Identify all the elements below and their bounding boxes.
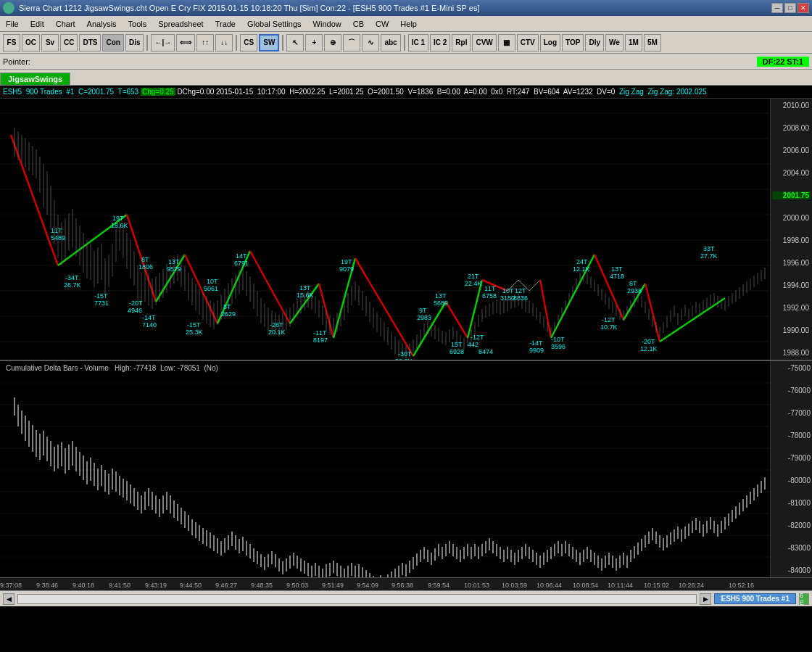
main-chart[interactable]: 11T 5489 -34T 26.7K -15T 7731 19T 18.6K …: [0, 99, 812, 360]
tb-log[interactable]: Log: [540, 34, 560, 51]
tb-ic2[interactable]: IC 2: [430, 34, 450, 51]
svg-text:11T: 11T: [51, 227, 62, 234]
svg-text:6791: 6791: [234, 260, 249, 267]
svg-text:2629: 2629: [221, 310, 236, 318]
svg-text:9079: 9079: [339, 265, 354, 273]
svg-text:9579: 9579: [167, 265, 181, 273]
tb-we[interactable]: We: [605, 34, 624, 51]
horizontal-scrollbar[interactable]: [17, 594, 697, 604]
svg-text:21T: 21T: [468, 273, 479, 280]
price-axis: 2010.00 2008.00 2006.00 2004.00 2001.75 …: [770, 99, 812, 360]
tb-dis[interactable]: Dis: [125, 34, 144, 51]
titlebar: Sierra Chart 1212 JigsawSwings.cht Open …: [0, 0, 812, 16]
svg-text:10:26:24: 10:26:24: [679, 582, 704, 589]
tb-text[interactable]: abc: [381, 34, 400, 51]
tb-scroll-left[interactable]: ←|→: [151, 34, 175, 51]
zigzag-label: Zig Zag: [619, 88, 647, 96]
zigzag-value: Zig Zag: 2002.025: [647, 88, 706, 96]
menu-edit[interactable]: Edit: [25, 16, 50, 31]
close-button[interactable]: ✕: [798, 3, 809, 13]
chart-info-bar: ESH5 900 Trades #1 C=2001.75 T=653 Chg=0…: [0, 86, 812, 99]
svg-text:8T: 8T: [629, 280, 637, 287]
tb-cvw[interactable]: CVW: [472, 34, 496, 51]
tb-zoom-in[interactable]: ↑↑: [196, 34, 214, 51]
menu-cw[interactable]: CW: [370, 16, 394, 31]
svg-text:-20T: -20T: [129, 300, 143, 307]
svg-text:15T: 15T: [451, 341, 463, 348]
chart-tab-jigsawswings[interactable]: JigsawSwings: [0, 73, 70, 85]
svg-text:20.1K: 20.1K: [268, 329, 286, 336]
tb-cursor[interactable]: ↖: [286, 34, 304, 51]
tb-sv[interactable]: Sv: [41, 34, 59, 51]
tb-con[interactable]: Con: [102, 34, 123, 51]
scroll-right-button[interactable]: ▶: [700, 593, 711, 605]
tb-ctv[interactable]: CTV: [517, 34, 539, 51]
tb-grid[interactable]: ▦: [498, 34, 515, 51]
menu-spreadsheet[interactable]: Spreadsheet: [152, 16, 209, 31]
menu-help[interactable]: Help: [394, 16, 423, 31]
menu-tools[interactable]: Tools: [123, 16, 153, 31]
svg-text:7731: 7731: [94, 300, 109, 307]
minimize-button[interactable]: ─: [771, 3, 783, 13]
svg-text:-14T: -14T: [142, 314, 156, 321]
svg-text:10:08:54: 10:08:54: [573, 582, 598, 589]
menu-trade[interactable]: Trade: [210, 16, 241, 31]
svg-text:5489: 5489: [51, 234, 65, 242]
svg-text:9:48:35: 9:48:35: [251, 582, 273, 589]
svg-text:10:15:02: 10:15:02: [644, 582, 669, 589]
tb-cs[interactable]: CS: [240, 34, 257, 51]
svg-text:14T: 14T: [236, 252, 247, 260]
tb-wave[interactable]: ∿: [362, 34, 379, 51]
toolbar-separator-2: [236, 35, 237, 51]
svg-text:15.6K: 15.6K: [297, 292, 314, 299]
tb-fit[interactable]: ⇐⇒: [176, 34, 195, 51]
svg-text:9:46:27: 9:46:27: [215, 582, 237, 589]
svg-text:-10T: -10T: [551, 336, 565, 343]
scroll-left-button[interactable]: ◀: [3, 593, 14, 605]
menu-analysis[interactable]: Analysis: [81, 16, 123, 31]
svg-text:5689: 5689: [434, 300, 448, 307]
tb-cc[interactable]: CC: [60, 34, 78, 51]
volume-chart-svg: [0, 361, 770, 577]
svg-text:10:11:44: 10:11:44: [608, 582, 633, 589]
svg-text:-15T: -15T: [94, 292, 108, 300]
menu-window[interactable]: Window: [307, 16, 347, 31]
svg-text:8474: 8474: [478, 348, 493, 355]
vol-78000: -78000: [772, 432, 811, 440]
svg-text:10.7K: 10.7K: [600, 323, 618, 331]
svg-text:2983: 2983: [417, 314, 431, 321]
tb-dly[interactable]: Dly: [585, 34, 604, 51]
svg-text:10:06:44: 10:06:44: [536, 582, 562, 589]
price-2008: 2008.00: [772, 124, 811, 132]
tabbar: JigsawSwings: [0, 70, 812, 86]
tb-oc[interactable]: OC: [22, 34, 40, 51]
menu-cb[interactable]: CB: [347, 16, 370, 31]
tb-fs[interactable]: FS: [3, 34, 20, 51]
vol-83000: -83000: [772, 544, 811, 552]
svg-text:1806: 1806: [138, 263, 153, 271]
tb-arc[interactable]: ⌒: [343, 34, 360, 51]
volume-chart: Cumulative Delta Bars - Volume High: -77…: [0, 360, 812, 577]
menu-global-settings[interactable]: Global Settings: [241, 16, 307, 31]
tb-ic1[interactable]: IC 1: [408, 34, 428, 51]
tb-1m[interactable]: 1M: [625, 34, 642, 51]
titlebar-left: Sierra Chart 1212 JigsawSwings.cht Open …: [3, 2, 479, 14]
bottom-chart-tab[interactable]: ESH5 900 Trades #1: [714, 593, 796, 604]
svg-text:5061: 5061: [204, 285, 218, 292]
tb-rpl[interactable]: Rpl: [452, 34, 471, 51]
svg-text:-11T: -11T: [313, 329, 327, 337]
vol-75000: -75000: [772, 364, 811, 372]
tb-dts[interactable]: DTS: [79, 34, 101, 51]
tb-sw[interactable]: SW: [259, 34, 279, 51]
tb-5m[interactable]: 5M: [644, 34, 661, 51]
svg-text:10:03:59: 10:03:59: [502, 582, 527, 589]
tb-zoom-out[interactable]: ↓↓: [215, 34, 233, 51]
menu-chart[interactable]: Chart: [50, 16, 81, 31]
tb-top[interactable]: TOP: [562, 34, 584, 51]
app-icon: [3, 2, 14, 14]
menu-file[interactable]: File: [0, 16, 25, 31]
tb-reticle[interactable]: ⊕: [324, 34, 341, 51]
tb-crosshair[interactable]: +: [305, 34, 323, 51]
svg-text:11T: 11T: [484, 285, 496, 292]
maximize-button[interactable]: □: [784, 3, 796, 13]
